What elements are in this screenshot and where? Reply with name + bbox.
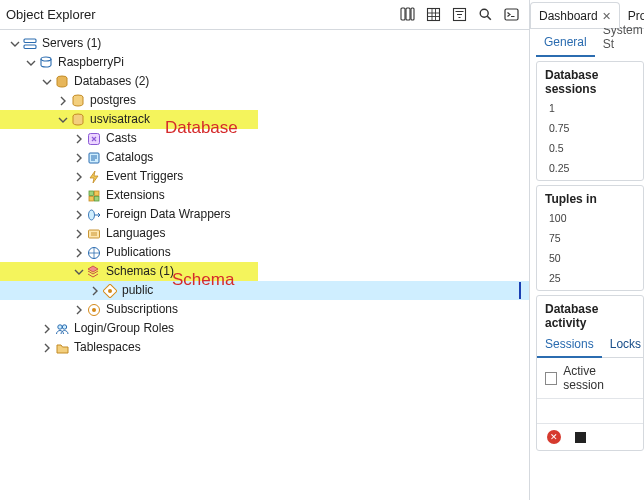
servers-icon	[22, 36, 38, 52]
chevron-right-icon[interactable]	[72, 189, 86, 203]
tree-item[interactable]: Databases (2)	[0, 72, 529, 91]
tick: 50	[549, 252, 639, 264]
database-activity-card: Database activity Sessions Locks Active …	[536, 295, 644, 451]
cancel-query-icon[interactable]: ✕	[547, 430, 561, 444]
object-explorer-toolbar	[395, 4, 523, 26]
grid-icon[interactable]	[421, 4, 445, 26]
chevron-right-icon[interactable]	[72, 151, 86, 165]
tree-item[interactable]: Casts	[0, 129, 529, 148]
tab-dashboard[interactable]: Dashboard ✕	[530, 2, 620, 29]
tree-item[interactable]: usvisatrack	[0, 110, 258, 129]
chart-y-axis: 1 0.75 0.5 0.25	[545, 102, 639, 174]
tree-item[interactable]: Publications	[0, 243, 529, 262]
roles-icon	[54, 321, 70, 337]
dashboard-body: Database sessions 1 0.75 0.5 0.25 Tuples…	[530, 57, 644, 500]
object-explorer-title: Object Explorer	[6, 7, 96, 22]
tree-item-label: Foreign Data Wrappers	[106, 205, 231, 224]
tree-item[interactable]: Subscriptions	[0, 300, 529, 319]
dashboard-sub-tabs: General System St	[530, 29, 644, 57]
tree-item-label: Event Triggers	[106, 167, 183, 186]
extension-icon	[86, 188, 102, 204]
checkbox-icon[interactable]	[545, 372, 557, 385]
chevron-down-icon[interactable]	[8, 37, 22, 51]
tree-item-label: Casts	[106, 129, 137, 148]
tree-item[interactable]: public	[0, 281, 529, 300]
lang-icon	[86, 226, 102, 242]
db-icon	[70, 93, 86, 109]
chevron-down-icon[interactable]	[24, 56, 38, 70]
tree-item-label: Subscriptions	[106, 300, 178, 319]
tree-item[interactable]: Catalogs	[0, 148, 529, 167]
activity-tabs: Sessions Locks	[537, 332, 643, 358]
chevron-right-icon[interactable]	[72, 208, 86, 222]
chevron-right-icon[interactable]	[72, 170, 86, 184]
tree-item-label: Extensions	[106, 186, 165, 205]
tree-item-label: Databases (2)	[74, 72, 149, 91]
tick: 100	[549, 212, 639, 224]
tree-item[interactable]: RaspberryPi	[0, 53, 529, 72]
tree-item-label: Tablespaces	[74, 338, 141, 357]
tick: 0.25	[549, 162, 639, 174]
schemas-icon	[86, 264, 102, 280]
tick: 75	[549, 232, 639, 244]
chevron-right-icon[interactable]	[40, 341, 54, 355]
tree-item[interactable]: Foreign Data Wrappers	[0, 205, 529, 224]
active-sessions-filter[interactable]: Active session	[537, 358, 643, 398]
sub-icon	[86, 302, 102, 318]
filter-icon[interactable]	[447, 4, 471, 26]
tick: 1	[549, 102, 639, 114]
tree-item-label: Catalogs	[106, 148, 153, 167]
tree-item[interactable]: Languages	[0, 224, 529, 243]
tablespace-icon	[54, 340, 70, 356]
tab-label: Dashboard	[539, 9, 598, 23]
tree-item[interactable]: Tablespaces	[0, 338, 529, 357]
catalog-icon	[86, 150, 102, 166]
chevron-right-icon[interactable]	[72, 246, 86, 260]
tree-item[interactable]: postgres	[0, 91, 529, 110]
chevron-down-icon[interactable]	[72, 265, 86, 279]
chevron-right-icon[interactable]	[72, 227, 86, 241]
tree-item[interactable]: Event Triggers	[0, 167, 529, 186]
tick: 0.75	[549, 122, 639, 134]
chevron-down-icon[interactable]	[56, 113, 70, 127]
tree-item-label: RaspberryPi	[58, 53, 124, 72]
chevron-right-icon[interactable]	[88, 284, 102, 298]
right-panel: Dashboard ✕ Proper General System St Dat…	[530, 0, 644, 500]
terminal-icon[interactable]	[499, 4, 523, 26]
subtab-general[interactable]: General	[536, 29, 595, 57]
chart-database-sessions: Database sessions 1 0.75 0.5 0.25	[536, 61, 644, 181]
chevron-right-icon[interactable]	[72, 132, 86, 146]
chart-y-axis: 100 75 50 25	[545, 212, 639, 284]
schema-icon	[102, 283, 118, 299]
search-icon[interactable]	[473, 4, 497, 26]
tick: 0.5	[549, 142, 639, 154]
fdw-icon	[86, 207, 102, 223]
chart-tuples-in: Tuples in 100 75 50 25	[536, 185, 644, 291]
database-columns-icon[interactable]	[395, 4, 419, 26]
db-group-icon	[54, 74, 70, 90]
terminate-session-icon[interactable]	[575, 432, 586, 443]
card-title: Database activity	[537, 296, 643, 332]
trigger-icon	[86, 169, 102, 185]
chevron-down-icon[interactable]	[40, 75, 54, 89]
object-explorer-panel: Object Explorer Database Schema Servers …	[0, 0, 530, 500]
tree-item[interactable]: Login/Group Roles	[0, 319, 529, 338]
tree-item-label: Publications	[106, 243, 171, 262]
object-explorer-tree[interactable]: Database Schema Servers (1)RaspberryPiDa…	[0, 30, 529, 500]
tree-item[interactable]: Servers (1)	[0, 34, 529, 53]
activity-tab-sessions[interactable]: Sessions	[537, 332, 602, 358]
casts-icon	[86, 131, 102, 147]
chevron-right-icon[interactable]	[40, 322, 54, 336]
tree-item-label: Login/Group Roles	[74, 319, 174, 338]
server-pg-icon	[38, 55, 54, 71]
tree-item-label: usvisatrack	[90, 110, 150, 129]
tree-item-label: Schemas (1)	[106, 262, 174, 281]
chevron-right-icon[interactable]	[72, 303, 86, 317]
tree-item[interactable]: Extensions	[0, 186, 529, 205]
object-explorer-header: Object Explorer	[0, 0, 529, 30]
chevron-right-icon[interactable]	[56, 94, 70, 108]
tree-item[interactable]: Schemas (1)	[0, 262, 258, 281]
close-icon[interactable]: ✕	[602, 10, 611, 23]
activity-tab-locks[interactable]: Locks	[602, 332, 644, 357]
tree-item-label: public	[122, 281, 153, 300]
